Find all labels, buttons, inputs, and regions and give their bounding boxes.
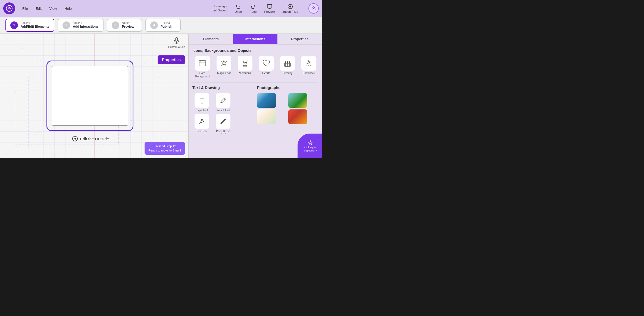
canvas-area[interactable]: Custom Audio Properties Edit the Outside… [0,34,188,158]
inspiration-label: Looking for Inspiration? [300,146,320,152]
type-tool-item[interactable]: Type Tool [192,93,211,112]
steps-bar: 1 STEP 1 Add/Edit Elements 2 STEP 2 Add … [0,17,322,34]
main-layout: Custom Audio Properties Edit the Outside… [0,34,322,158]
icon-item-birthday[interactable]: Birthday [278,56,297,78]
type-tool-box [195,93,209,108]
two-col-text-photos: Text & Drawing Type Tool [192,86,318,134]
tab-elements[interactable]: Elements [189,34,233,44]
step-2-number: 2 [62,21,70,29]
step-1-name: Add/Edit Elements [21,25,49,29]
paint-brush-tool-item[interactable]: Paint Brush Tool [214,114,233,134]
step-3[interactable]: 3 STEP 3 Preview [107,19,142,32]
toolbar-actions: Undo Redo Preview Import Files [232,2,301,14]
svg-line-38 [310,61,310,61]
svg-line-36 [307,61,308,61]
hearts-icon-box [259,56,274,71]
step-2[interactable]: 2 STEP 2 Add Interactions [58,19,104,32]
inspiration-container: Looking for Inspiration? [189,134,322,158]
app-logo[interactable] [3,2,15,14]
svg-rect-23 [243,66,247,66]
icon-item-card-background[interactable]: Card Background [192,56,212,78]
svg-rect-1 [267,5,272,8]
menu-help[interactable]: Help [63,5,73,12]
hearts-label: Hearts [262,72,270,75]
svg-point-7 [313,7,315,8]
step-1-label: STEP 1 [21,22,49,25]
text-drawing-title: Text & Drawing [192,86,254,90]
birthday-label: Birthday [283,72,293,75]
icon-item-victorious[interactable]: Victorious [236,56,255,78]
victorious-icon-box [238,56,252,71]
inspiration-button[interactable]: Looking for Inspiration? [298,134,322,158]
svg-point-0 [6,5,12,11]
step-4[interactable]: 4 STEP 4 Publish [145,19,181,32]
icons-grid: Card Background Maple Leaf [192,56,318,78]
maple-leaf-icon-box [217,56,231,71]
icon-item-maple-leaf[interactable]: Maple Leaf [214,56,233,78]
pencil-tool-label: Pencil Tool [217,109,230,112]
icon-item-hearts[interactable]: Hearts [257,56,276,78]
properties-button[interactable]: Properties [158,55,185,64]
svg-line-45 [199,123,200,124]
card-background-label: Card Background [192,72,212,78]
pen-tool-label: Pen Tool [197,130,207,133]
svg-line-37 [310,63,310,64]
right-panel: Elements Interactions Properties Icons, … [188,34,322,158]
panel-tabs: Elements Interactions Properties [189,34,322,45]
victorious-label: Victorious [239,72,251,75]
finish-step-button[interactable]: Finished Step 1? Ready to move to Step 2 [145,142,185,155]
card-inner-area[interactable] [52,66,128,126]
step-4-name: Publish [161,25,172,29]
panel-content: Icons, Backgrounds and Objects Card Back… [189,45,322,134]
pen-tool-box [195,114,209,129]
svg-point-31 [308,61,310,63]
photo-cake[interactable] [257,109,276,124]
save-status: 1 min ago Last Saved [212,4,227,13]
menu-edit[interactable]: Edit [34,5,43,12]
tab-interactions[interactable]: Interactions [233,34,278,44]
tab-properties[interactable]: Properties [277,34,322,44]
step-3-label: STEP 3 [122,22,134,25]
icon-item-fireworks[interactable]: Fireworks [299,56,318,78]
step-2-label: STEP 2 [73,22,99,25]
paint-brush-tool-box [216,114,230,129]
menu-bar: File Edit View Help [21,5,73,12]
fireworks-icon-box [301,56,316,71]
divider-1 [192,83,318,83]
finish-step-line2: Ready to move to Step 2 [148,148,181,153]
svg-rect-17 [199,61,206,66]
photo-ocean[interactable] [257,93,276,108]
card-background-icon-box [195,56,210,71]
menu-file[interactable]: File [21,5,30,12]
menu-view[interactable]: View [48,5,58,12]
fireworks-label: Fireworks [303,72,314,75]
text-drawing-section: Text & Drawing Type Tool [192,86,254,134]
redo-button[interactable]: Redo [247,2,259,14]
import-files-button[interactable]: Import Files [280,2,301,14]
step-2-name: Add Interactions [73,25,99,29]
photographs-section: Photographs [257,86,318,134]
type-tool-label: Type Tool [196,109,208,112]
photos-grid [257,93,318,124]
photographs-title: Photographs [257,86,318,90]
undo-button[interactable]: Undo [232,2,245,14]
preview-button[interactable]: Preview [261,2,277,14]
custom-audio-button[interactable]: Custom Audio [168,37,185,49]
photo-gift[interactable] [288,109,307,124]
photo-beach[interactable] [288,93,307,108]
pen-tool-item[interactable]: Pen Tool [192,114,211,134]
pencil-tool-box [216,93,230,108]
finish-step-line1: Finished Step 1? [148,144,181,148]
pencil-tool-item[interactable]: Pencil Tool [214,93,233,112]
svg-rect-12 [176,37,177,41]
step-4-number: 4 [150,21,158,29]
step-1-number: 1 [10,21,18,29]
svg-line-39 [307,63,308,64]
card-frame[interactable] [46,61,133,131]
profile-button[interactable] [308,3,319,14]
step-1[interactable]: 1 STEP 1 Add/Edit Elements [5,19,54,32]
step-3-name: Preview [122,25,134,29]
edit-outside-button[interactable]: Edit the Outside [72,136,109,142]
icons-section-title: Icons, Backgrounds and Objects [192,48,318,53]
step-4-label: STEP 4 [161,22,172,25]
